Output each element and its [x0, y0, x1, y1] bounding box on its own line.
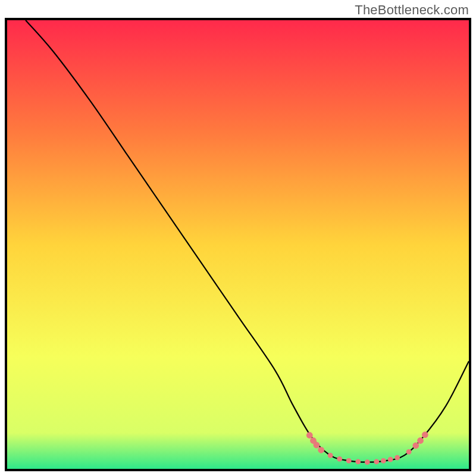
minimum-dot — [412, 442, 419, 449]
chart-frame — [5, 18, 471, 471]
minimum-dot — [337, 456, 342, 462]
minimum-dot — [365, 459, 370, 465]
minimum-dot — [314, 442, 320, 449]
minimum-dot — [422, 431, 428, 438]
curve-layer — [7, 20, 469, 469]
minimum-dot — [374, 459, 379, 465]
minimum-dot — [318, 447, 324, 453]
minimum-dot — [394, 455, 400, 461]
minimum-dot — [306, 432, 313, 439]
minimum-dot — [406, 449, 412, 455]
bottleneck-curve — [26, 20, 469, 462]
watermark-text: TheBottleneck.com — [355, 2, 469, 18]
minimum-dot — [388, 457, 393, 462]
minimum-dot — [346, 458, 352, 464]
plot-area — [7, 20, 469, 469]
minimum-dots-group — [306, 431, 428, 465]
minimum-dot — [328, 453, 333, 458]
minimum-dot — [381, 458, 386, 464]
minimum-dot — [417, 437, 424, 444]
minimum-dot — [355, 459, 361, 465]
